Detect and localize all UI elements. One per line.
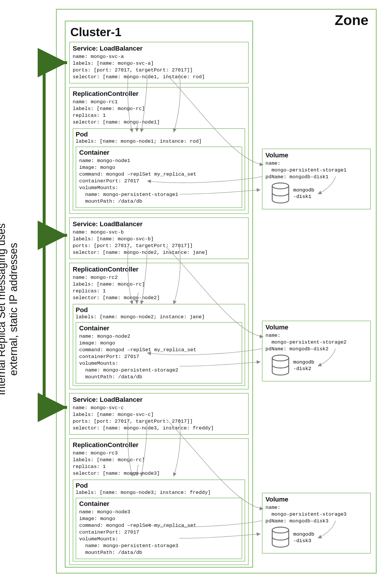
service-box-a: Service: LoadBalancer name: mongo-svc-a … bbox=[69, 42, 249, 84]
container-body: name: mongo-node1 image: mongo command: … bbox=[79, 158, 239, 205]
pod-box-1: Pod labels: [name: mongo-node1; instance… bbox=[73, 128, 245, 211]
rc-body: name: mongo-rc3 labels: [name: mongo-rc]… bbox=[73, 450, 245, 477]
disk-label: mongodb -disk3 bbox=[293, 531, 314, 544]
pod-box-2: Pod labels: [name: mongo-node2; instance… bbox=[73, 304, 245, 386]
volume-title: Volume bbox=[265, 151, 367, 159]
container-box-2: Container name: mongo-node2 image: mongo… bbox=[76, 322, 242, 384]
volume-box-3: Volume name: mongo-persistent-storage3 p… bbox=[262, 493, 371, 554]
service-box-c: Service: LoadBalancer name: mongo-svc-c … bbox=[69, 393, 249, 435]
database-icon bbox=[271, 182, 290, 206]
pod-title: Pod bbox=[76, 306, 88, 314]
container-body: name: mongo-node3 image: mongo command: … bbox=[79, 509, 239, 556]
svg-point-2 bbox=[272, 527, 289, 533]
pod-labels: labels: [name: mongo-node1; instance: ro… bbox=[76, 138, 242, 145]
container-body: name: mongo-node2 image: mongo command: … bbox=[79, 333, 239, 381]
volume-body: name: mongo-persistent-storage1 pdName: … bbox=[265, 160, 367, 181]
rc-box-2: ReplicationController name: mongo-rc2 la… bbox=[69, 263, 249, 389]
rc-title: ReplicationController bbox=[73, 90, 245, 98]
container-title: Container bbox=[79, 149, 239, 156]
service-body: name: mongo-svc-a labels: [name: mongo-s… bbox=[73, 54, 245, 81]
rc-title: ReplicationController bbox=[73, 441, 245, 449]
pod-labels: labels: [name: mongo-node2; instance: ja… bbox=[76, 314, 242, 321]
container-title: Container bbox=[79, 324, 239, 332]
rc-box-1: ReplicationController name: mongo-rc1 la… bbox=[69, 87, 249, 214]
cluster-box: Cluster-1 Service: LoadBalancer name: mo… bbox=[65, 21, 253, 568]
service-title: Service: LoadBalancer bbox=[73, 45, 245, 52]
volume-title: Volume bbox=[265, 324, 367, 331]
svg-point-0 bbox=[272, 183, 289, 189]
rc-title: ReplicationController bbox=[73, 266, 245, 273]
database-icon bbox=[271, 354, 290, 378]
service-body: name: mongo-svc-c labels: [name: mongo-s… bbox=[73, 405, 245, 432]
volume-body: name: mongo-persistent-storage3 pdName: … bbox=[265, 504, 367, 525]
pod-labels: labels: [name: mongo-node3; instance: fr… bbox=[76, 489, 242, 496]
rc-body: name: mongo-rc1 labels: [name: mongo-rc]… bbox=[73, 99, 245, 126]
pod-title: Pod bbox=[76, 482, 88, 489]
database-icon bbox=[271, 527, 290, 550]
volume-box-2: Volume name: mongo-persistent-storage2 p… bbox=[262, 321, 371, 382]
container-title: Container bbox=[79, 500, 239, 508]
rc-body: name: mongo-rc2 labels: [name: mongo-rc]… bbox=[73, 274, 245, 302]
volume-box-1: Volume name: mongo-persistent-storage1 p… bbox=[262, 149, 371, 209]
service-title: Service: LoadBalancer bbox=[73, 220, 245, 228]
volume-title: Volume bbox=[265, 496, 367, 503]
zone-title: Zone bbox=[335, 12, 368, 28]
volume-body: name: mongo-persistent-storage2 pdName: … bbox=[265, 332, 367, 353]
cluster-title: Cluster-1 bbox=[70, 26, 248, 39]
side-annotation: Internal Replica Set messaging uses exte… bbox=[0, 103, 19, 515]
disk-label: mongodb -disk2 bbox=[293, 359, 314, 372]
service-body: name: mongo-svc-b labels: [name: mongo-s… bbox=[73, 229, 245, 256]
rc-box-3: ReplicationController name: mongo-rc3 la… bbox=[69, 438, 249, 565]
service-title: Service: LoadBalancer bbox=[73, 396, 245, 404]
container-box-3: Container name: mongo-node3 image: mongo… bbox=[76, 498, 242, 559]
diagram-canvas: Internal Replica Set messaging uses exte… bbox=[6, 6, 381, 582]
service-box-b: Service: LoadBalancer name: mongo-svc-b … bbox=[69, 217, 249, 259]
container-box-1: Container name: mongo-node1 image: mongo… bbox=[76, 146, 242, 208]
svg-point-1 bbox=[272, 355, 289, 361]
pod-box-3: Pod labels: [name: mongo-node3; instance… bbox=[73, 479, 245, 562]
disk-label: mongodb -disk1 bbox=[293, 187, 314, 200]
pod-title: Pod bbox=[76, 131, 88, 138]
